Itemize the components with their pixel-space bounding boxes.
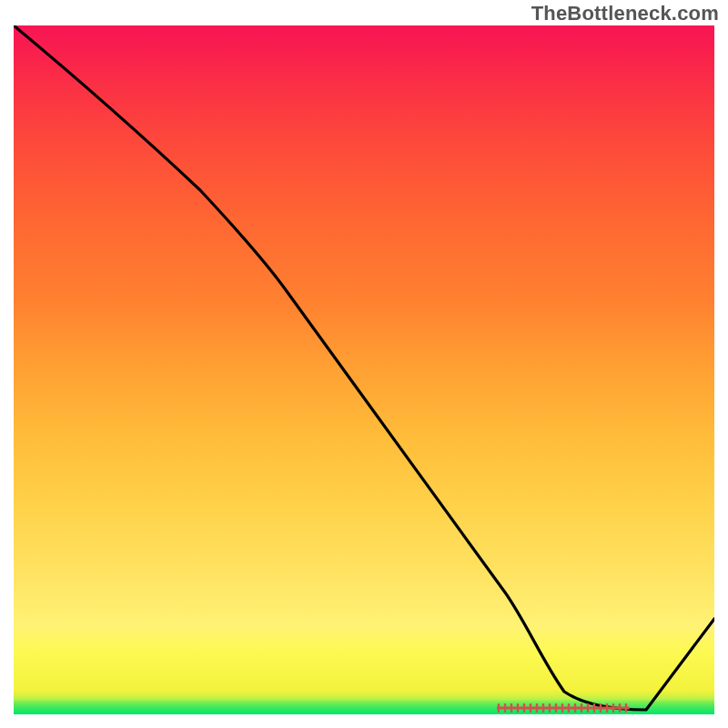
curve-path	[14, 25, 714, 710]
chart-stage: TheBottleneck.com	[0, 0, 728, 728]
plot-area	[14, 25, 714, 714]
optimum-region-marker	[497, 703, 630, 713]
line-curve	[14, 25, 714, 714]
watermark-text: TheBottleneck.com	[531, 2, 719, 25]
